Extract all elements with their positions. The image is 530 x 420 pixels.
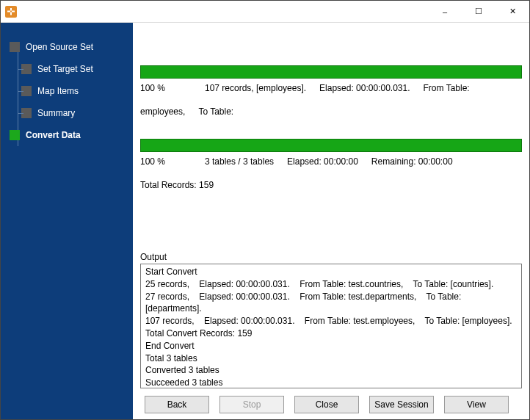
table-progress-from-label: From Table: (424, 83, 470, 93)
sidebar-item-open-source-set[interactable]: Open Source Set (1, 36, 133, 58)
button-row: Back Stop Close Save Session View (140, 396, 522, 413)
minimize-button[interactable]: – (428, 1, 462, 23)
sidebar-item-convert-data[interactable]: Convert Data (1, 124, 133, 146)
sidebar-item-set-target-set[interactable]: Set Target Set (1, 58, 133, 80)
maximize-button[interactable]: ☐ (462, 1, 495, 23)
titlebar: – ☐ ✕ (1, 1, 529, 23)
sidebar-item-label: Open Source Set (26, 42, 93, 52)
table-progress-records: 107 records, [employees]. (205, 83, 306, 93)
step-indicator-icon (10, 42, 20, 52)
sidebar-item-label: Summary (37, 108, 75, 118)
sidebar-item-map-items[interactable]: Map Items (1, 80, 133, 102)
output-section: Output Start Convert25 records, Elapsed:… (140, 252, 522, 388)
sidebar-item-label: Convert Data (26, 130, 81, 140)
table-progress-percent: 100 % (140, 83, 192, 93)
back-button[interactable]: Back (145, 396, 209, 413)
output-label: Output (140, 252, 522, 262)
step-indicator-icon (10, 130, 20, 140)
overall-progress-block: 100 % 3 tables / 3 tables Elapsed: 00:00… (140, 139, 522, 190)
table-progress-block: 100 % 107 records, [employees]. Elapsed:… (140, 65, 522, 117)
overall-progress-elapsed: Elapsed: 00:00:00 (287, 156, 358, 167)
sidebar-item-label: Map Items (37, 86, 79, 96)
sidebar-item-label: Set Target Set (37, 64, 93, 74)
output-line: Total 3 tables (145, 352, 517, 365)
wizard-sidebar: Open Source SetSet Target SetMap ItemsSu… (1, 23, 133, 419)
output-line: Converted 3 tables (145, 364, 517, 377)
step-indicator-icon (21, 86, 32, 96)
overall-progress-percent: 100 % (140, 156, 192, 167)
save-session-button[interactable]: Save Session (369, 396, 434, 413)
close-window-button[interactable]: ✕ (495, 1, 529, 23)
app-icon (5, 6, 17, 18)
output-line: 25 records, Elapsed: 00:00:00.031. From … (145, 278, 517, 291)
overall-progress-remaining: Remaining: 00:00:00 (371, 156, 453, 167)
view-button[interactable]: View (444, 396, 509, 413)
main-panel: 100 % 107 records, [employees]. Elapsed:… (133, 23, 529, 419)
output-line: 27 records, Elapsed: 00:00:00.031. From … (145, 291, 517, 316)
table-progress-elapsed: Elapsed: 00:00:00.031. (319, 83, 410, 93)
step-indicator-icon (21, 108, 32, 118)
output-line: Start Convert (145, 266, 517, 278)
close-button[interactable]: Close (294, 396, 359, 413)
overall-progress-total: Total Records: 159 (140, 180, 214, 190)
step-indicator-icon (21, 64, 32, 74)
output-textarea[interactable]: Start Convert25 records, Elapsed: 00:00:… (140, 264, 522, 388)
table-progress-from-value: employees, (140, 106, 185, 117)
stop-button: Stop (219, 396, 284, 413)
output-line: Succeeded 3 tables (145, 377, 517, 388)
window-controls: – ☐ ✕ (428, 1, 529, 23)
output-line: End Convert (145, 340, 517, 352)
table-progress-bar (140, 65, 522, 79)
table-progress-to-label: To Table: (198, 106, 233, 117)
sidebar-item-summary[interactable]: Summary (1, 102, 133, 124)
overall-progress-tables: 3 tables / 3 tables (205, 156, 274, 167)
overall-progress-bar (140, 139, 522, 152)
output-line: Total Convert Records: 159 (145, 327, 517, 340)
output-line: 107 records, Elapsed: 00:00:00.031. From… (145, 315, 517, 327)
